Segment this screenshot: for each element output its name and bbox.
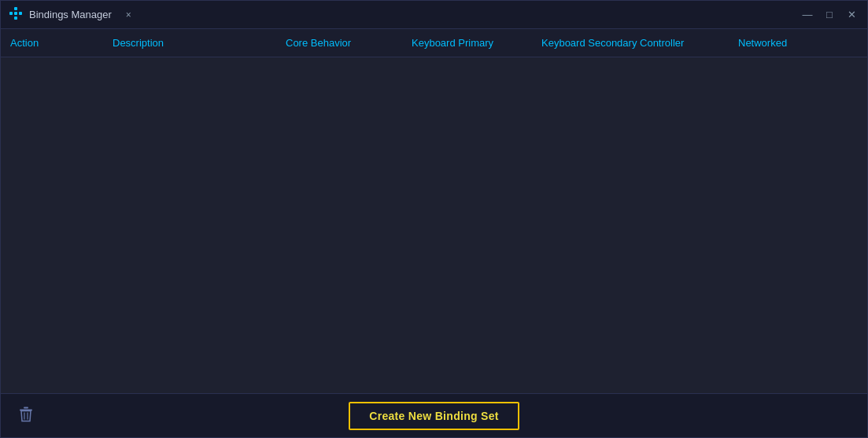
maximize-button[interactable]: □ <box>820 6 839 24</box>
create-new-binding-set-button[interactable]: Create New Binding Set <box>349 402 519 430</box>
col-header-networked: Networked <box>738 37 858 49</box>
column-headers: Action Description Core Behavior Keyboar… <box>1 29 867 57</box>
window-controls: — □ ✕ <box>798 6 861 24</box>
bottom-bar: Create New Binding Set <box>1 393 867 437</box>
col-header-keyboard-primary: Keyboard Primary <box>412 37 541 49</box>
svg-rect-4 <box>14 12 17 15</box>
delete-button[interactable] <box>13 402 39 429</box>
title-bar-left: Bindings Manager × <box>9 6 135 23</box>
svg-rect-2 <box>9 12 13 15</box>
svg-rect-3 <box>19 12 22 15</box>
col-header-action: Action <box>10 37 113 49</box>
bindings-manager-window: Bindings Manager × — □ ✕ Action Descript… <box>0 0 868 438</box>
svg-rect-0 <box>14 7 17 10</box>
col-header-core-behavior: Core Behavior <box>286 37 412 49</box>
svg-rect-1 <box>14 17 17 20</box>
close-tab-button[interactable]: × <box>123 8 135 22</box>
minimize-button[interactable]: — <box>798 6 817 24</box>
svg-rect-6 <box>24 407 28 408</box>
app-icon <box>9 6 23 23</box>
title-bar: Bindings Manager × — □ ✕ <box>1 1 867 29</box>
window-title: Bindings Manager <box>29 9 112 20</box>
col-header-keyboard-secondary: Keyboard Secondary Controller <box>541 37 738 49</box>
close-button[interactable]: ✕ <box>842 6 861 24</box>
bindings-list[interactable] <box>1 57 867 393</box>
col-header-description: Description <box>113 37 286 49</box>
